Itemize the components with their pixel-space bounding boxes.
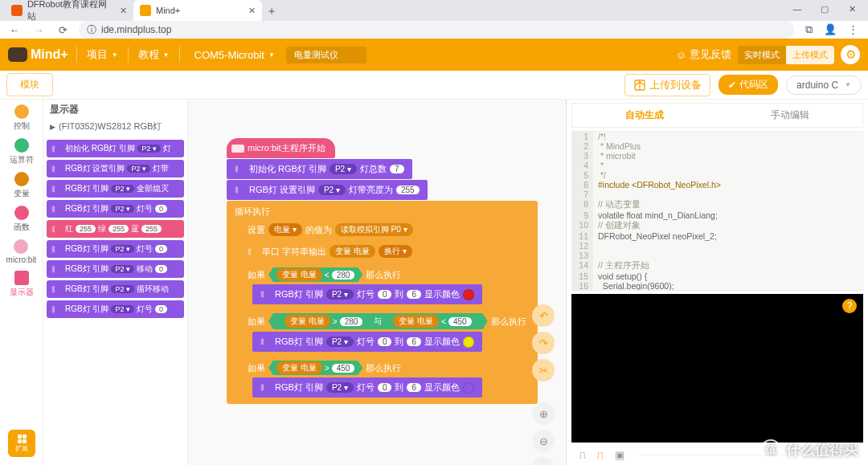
addr-right-icons: ⧉ 👤 ⋮	[802, 23, 862, 36]
feedback-button[interactable]: ☺ 意见反馈	[676, 47, 731, 62]
usb-icon[interactable]: ⎍	[579, 449, 586, 461]
upload-device-label: 上传到设备	[649, 78, 702, 92]
logo-icon	[8, 47, 27, 62]
mindplus-top-bar: Mind+ 项目▼ 教程▼ COM5-Microbit▼ 电量测试仪 ☺ 意见反…	[0, 39, 868, 71]
if-block-2[interactable]: 如果 变量 电量>280 与 变量 电量<450 那么执行 RGB灯 引脚P2 …	[240, 308, 534, 355]
reload-button[interactable]: ⟳	[55, 22, 71, 38]
block-palette: 显示器 ▶ (FIT0352)WS2812 RGB灯 初始化 RGB灯 引脚P2…	[43, 100, 188, 465]
mode-realtime[interactable]: 实时模式	[738, 46, 786, 64]
palette-block[interactable]: RGB灯 引脚P2 ▾灯号0	[47, 240, 184, 258]
block-brightness[interactable]: RGB灯 设置引脚P2 ▾灯带亮度为255	[227, 180, 428, 200]
forward-button[interactable]: →	[31, 22, 47, 38]
mode-upload[interactable]: 上传模式	[786, 46, 834, 64]
lang-label: arduino C	[796, 80, 838, 91]
browser-tab-1[interactable]: Mind+ ✕	[133, 0, 262, 21]
palette-block[interactable]: RGB灯 设置引脚P2 ▾灯带	[47, 160, 184, 177]
hat-block[interactable]: micro:bit主程序开始	[227, 138, 335, 158]
category-item[interactable]: micro:bit	[6, 239, 37, 264]
palette-block[interactable]: RGB灯 引脚P2 ▾灯号0	[47, 200, 184, 218]
code-area-toggle[interactable]: ✔ 代码区	[719, 75, 778, 95]
serial-console[interactable]: ?	[571, 294, 863, 443]
forever-block[interactable]: 循环执行 设置电量 ▾的值为读取模拟引脚 P0 ▾ 串口 字符串输出变量 电量换…	[227, 201, 538, 404]
extension-button[interactable]: 扩展	[8, 430, 35, 457]
address-bar[interactable]: ⓘ ide.mindplus.top	[79, 21, 794, 39]
category-item[interactable]: 控制	[14, 104, 30, 132]
tab-close-icon[interactable]: ✕	[120, 6, 127, 16]
block-init[interactable]: 初始化 RGB灯 引脚P2 ▾灯总数7	[227, 159, 412, 179]
window-controls: — ▢ ✕	[781, 0, 868, 18]
menu-icon[interactable]: ⋮	[848, 23, 858, 36]
mindplus-logo: Mind+	[8, 47, 68, 62]
if-block-3[interactable]: 如果变量 电量>450那么执行 RGB灯 引脚P2 ▾灯号0到6显示颜色	[240, 356, 485, 401]
chevron-down-icon: ▼	[845, 81, 851, 88]
code-tabs: 自动生成 手动编辑	[571, 103, 863, 128]
monitor-icon[interactable]: ▣	[615, 449, 624, 461]
upload-device-button[interactable]: 上传到设备	[624, 74, 710, 96]
block-rgb-1[interactable]: RGB灯 引脚P2 ▾灯号0到6显示颜色	[252, 284, 482, 304]
palette-subtitle[interactable]: ▶ (FIT0352)WS2812 RGB灯	[43, 118, 187, 137]
share-icon[interactable]: ⧉	[805, 23, 813, 36]
undo-button[interactable]: ↶	[532, 304, 555, 327]
console-toolbar: ⎍ ⎍ ▣	[571, 444, 863, 465]
favicon-icon	[140, 5, 151, 16]
palette-block[interactable]: RGB灯 引脚P2 ▾移动0	[47, 260, 184, 278]
palette-title: 显示器	[43, 101, 187, 118]
zoom-out-button[interactable]: ⊖	[532, 430, 555, 452]
tab-close-icon[interactable]: ✕	[248, 6, 256, 16]
code-editor[interactable]: 1/*!2 * MindPlus3 * microbit4 *5 */6#inc…	[571, 131, 863, 291]
smile-icon: ☺	[676, 49, 686, 61]
cleanup-button[interactable]: ✂	[532, 359, 555, 381]
palette-block[interactable]: 初始化 RGB灯 引脚P2 ▾灯	[47, 140, 184, 157]
com-port-select[interactable]: COM5-Microbit▼	[188, 47, 281, 63]
profile-icon[interactable]: 👤	[824, 23, 837, 36]
language-select[interactable]: arduino C ▼	[786, 75, 862, 95]
browser-tab-0[interactable]: DFRobot教育课程网站 ✕	[5, 0, 133, 21]
url-text: ide.mindplus.top	[101, 24, 171, 35]
help-button[interactable]: ?	[842, 299, 857, 313]
favicon-icon	[11, 5, 23, 16]
category-item[interactable]: 变量	[14, 172, 30, 199]
mode-toggle: 实时模式 上传模式	[738, 46, 834, 64]
usb-icon-active[interactable]: ⎍	[597, 449, 604, 461]
if-block-1[interactable]: 如果变量 电量<280那么执行 RGB灯 引脚P2 ▾灯号0到6显示颜色	[240, 263, 485, 308]
upload-icon	[633, 79, 646, 92]
module-tab[interactable]: 模块	[6, 73, 53, 96]
browser-tab-title: Mind+	[156, 6, 180, 15]
script-stack[interactable]: micro:bit主程序开始 初始化 RGB灯 引脚P2 ▾灯总数7 RGB灯 …	[227, 138, 538, 404]
palette-block[interactable]: RGB灯 引脚P2 ▾循环移动	[47, 280, 184, 298]
settings-button[interactable]: ⚙	[841, 45, 860, 64]
site-info-icon[interactable]: ⓘ	[87, 23, 96, 37]
grid-icon	[18, 434, 27, 443]
main-area: 控制运算符变量函数micro:bit显示器 显示器 ▶ (FIT0352)WS2…	[0, 100, 868, 465]
code-area-label: 代码区	[739, 78, 768, 92]
block-canvas[interactable]: micro:bit主程序开始 初始化 RGB灯 引脚P2 ▾灯总数7 RGB灯 …	[188, 100, 566, 465]
maximize-button[interactable]: ▢	[812, 0, 837, 18]
menu-project[interactable]: 项目▼	[85, 44, 120, 65]
back-button[interactable]: ←	[6, 22, 23, 38]
palette-block[interactable]: RGB灯 引脚P2 ▾全部熄灭	[47, 180, 184, 198]
block-set-var[interactable]: 设置电量 ▾的值为读取模拟引脚 P0 ▾	[240, 219, 421, 240]
code-tab-manual[interactable]: 手动编辑	[718, 104, 863, 127]
block-rgb-3[interactable]: RGB灯 引脚P2 ▾灯号0到6显示颜色	[252, 377, 482, 398]
expand-icon: ▶	[50, 123, 55, 131]
canvas-controls: ↶ ↷ ✂ ⊕ ⊖ ＝	[532, 304, 555, 465]
zoom-reset-button[interactable]: ＝	[532, 457, 555, 465]
minimize-button[interactable]: —	[784, 0, 810, 18]
new-tab-button[interactable]: ＋	[262, 2, 281, 21]
project-name-input[interactable]: 电量测试仪	[286, 47, 366, 63]
redo-button[interactable]: ↷	[532, 332, 555, 354]
code-tab-auto[interactable]: 自动生成	[572, 104, 718, 127]
browser-tab-bar: DFRobot教育课程网站 ✕ Mind+ ✕ ＋ — ▢ ✕	[0, 0, 868, 21]
close-button[interactable]: ✕	[839, 0, 865, 18]
palette-block[interactable]: RGB灯 引脚P2 ▾灯号0	[47, 300, 184, 318]
block-rgb-2[interactable]: RGB灯 引脚P2 ▾灯号0到6显示颜色	[252, 332, 482, 352]
menu-tutorial[interactable]: 教程▼	[137, 44, 171, 65]
block-serial[interactable]: 串口 字符串输出变量 电量换行 ▾	[240, 241, 420, 262]
category-item[interactable]: 运算符	[10, 138, 34, 165]
zoom-in-button[interactable]: ⊕	[532, 402, 555, 425]
category-item[interactable]: 显示器	[10, 271, 34, 298]
browser-tab-title: DFRobot教育课程网站	[27, 0, 115, 22]
code-panel: 自动生成 手动编辑 1/*!2 * MindPlus3 * microbit4 …	[566, 100, 868, 465]
category-item[interactable]: 函数	[14, 206, 30, 233]
palette-block[interactable]: 红255绿255蓝255	[47, 220, 184, 238]
